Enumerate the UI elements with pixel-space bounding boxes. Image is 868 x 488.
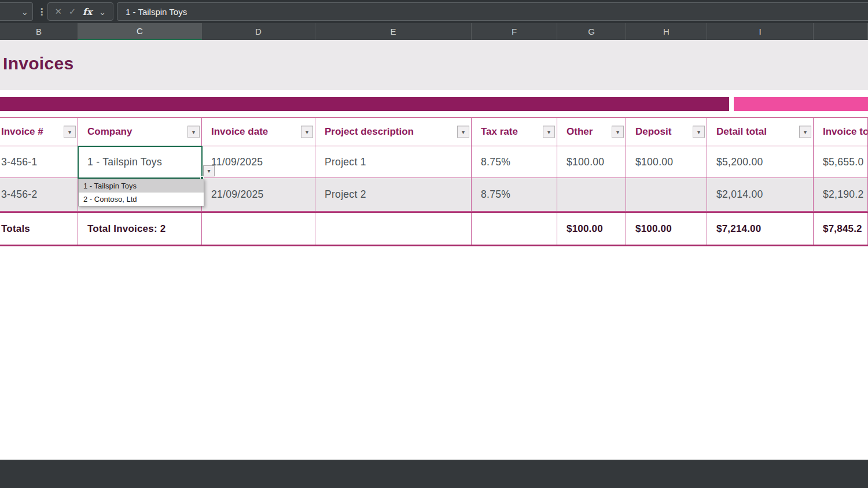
formula-chevron-icon[interactable]: ⌄ [99,8,106,16]
filter-icon[interactable]: ▾ [693,126,705,138]
cell-other[interactable]: $100.00 [557,146,626,178]
name-box-chevron-icon[interactable]: ⌄ [21,8,28,16]
cell-project-description[interactable]: Project 2 [315,178,472,211]
worksheet: Invoices Invoice #▾ Company▾ Invoice dat… [0,40,868,460]
toolbar-dots-icon: ⋮ [37,0,46,23]
col-header-project-description[interactable]: Project description▾ [315,118,472,146]
cell-tax-rate[interactable]: 8.75% [472,178,557,211]
filter-icon[interactable]: ▾ [612,126,624,138]
dropdown-option[interactable]: 2 - Contoso, Ltd [79,193,204,206]
title-band [0,40,868,90]
column-header-D[interactable]: D [202,23,315,40]
cancel-icon[interactable]: ✕ [55,6,62,17]
sheet-tab-bar: About This Invoice Tracker Invoice Custo… [0,460,868,488]
col-header-company[interactable]: Company▾ [78,118,202,146]
totals-invoice-date[interactable] [202,213,315,245]
filter-icon[interactable]: ▾ [64,126,76,138]
col-header-deposit[interactable]: Deposit▾ [626,118,707,146]
column-header-C[interactable]: C [78,23,202,40]
cell-other[interactable] [557,178,626,211]
cell-invoice-date[interactable]: 21/09/2025 [202,178,315,211]
cell-tax-rate[interactable]: 8.75% [472,146,557,178]
company-dropdown-list: 1 - Tailspin Toys 2 - Contoso, Ltd [78,179,204,206]
cell-invoice-number[interactable]: 3-456-1 [0,146,78,178]
cell-dropdown-button[interactable]: ▾ [203,165,215,176]
filter-icon[interactable]: ▾ [457,126,469,138]
formula-bar: ⌄ ⋮ ✕ ✓ fx ⌄ 1 - Tailspin Toys [0,0,868,23]
column-header-blank[interactable] [814,23,868,40]
dropdown-arrow-icon: ▾ [207,168,210,174]
column-header-F[interactable]: F [472,23,557,40]
totals-other[interactable]: $100.00 [557,213,626,245]
cell-project-description[interactable]: Project 1 [315,146,472,178]
page-title[interactable]: Invoices [3,54,73,73]
cell-invoice-date[interactable]: 11/09/2025 [202,146,315,178]
col-header-tax-rate[interactable]: Tax rate▾ [472,118,557,146]
name-box[interactable]: ⌄ [0,2,33,21]
totals-row: Totals Total Invoices: 2 $100.00 $100.00… [0,212,868,246]
cell-detail-total[interactable]: $2,014.00 [707,178,814,211]
totals-deposit[interactable]: $100.00 [626,213,707,245]
cell-invoice-total[interactable]: $2,190.2 [814,178,868,211]
totals-invoice-total[interactable]: $7,845.2 [814,213,868,245]
column-header-G[interactable]: G [557,23,626,40]
filter-icon[interactable]: ▾ [301,126,313,138]
column-header-E[interactable]: E [315,23,472,40]
totals-invoice-count[interactable]: Total Invoices: 2 [78,213,202,245]
totals-detail-total[interactable]: $7,214.00 [707,213,814,245]
formula-buttons: ✕ ✓ fx ⌄ [47,2,113,21]
filter-icon[interactable]: ▾ [799,126,811,138]
table-header-row: Invoice #▾ Company▾ Invoice date▾ Projec… [0,117,868,146]
col-header-invoice-total[interactable]: Invoice total [814,118,868,146]
column-header-H[interactable]: H [626,23,707,40]
totals-label[interactable]: Totals [0,213,78,245]
totals-tax-rate[interactable] [472,213,557,245]
accent-bar-pink [734,97,868,111]
column-header-I[interactable]: I [707,23,814,40]
insert-function-icon[interactable]: fx [83,6,92,17]
cell-deposit[interactable]: $100.00 [626,146,707,178]
formula-input[interactable]: 1 - Tailspin Toys [117,2,868,21]
cell-deposit[interactable] [626,178,707,211]
enter-icon[interactable]: ✓ [69,6,76,17]
col-header-invoice-date[interactable]: Invoice date▾ [202,118,315,146]
filter-icon[interactable]: ▾ [187,126,200,138]
col-header-detail-total[interactable]: Detail total▾ [707,118,814,146]
totals-project-description[interactable] [315,213,472,245]
formula-value: 1 - Tailspin Toys [126,7,187,17]
cell-detail-total[interactable]: $5,200.00 [707,146,814,178]
cell-invoice-total[interactable]: $5,655.0 [814,146,868,178]
cell-company-active[interactable]: 1 - Tailspin Toys [78,146,202,178]
column-headers-row: B C D E F G H I [0,23,868,40]
col-header-invoice-number[interactable]: Invoice #▾ [0,118,78,146]
accent-bar-dark [0,97,729,111]
table-row: 3-456-1 1 - Tailspin Toys 11/09/2025 Pro… [0,146,868,178]
cell-invoice-number[interactable]: 3-456-2 [0,178,78,211]
column-header-B[interactable]: B [0,23,78,40]
dropdown-option[interactable]: 1 - Tailspin Toys [79,179,204,193]
filter-icon[interactable]: ▾ [543,126,555,138]
col-header-other[interactable]: Other▾ [557,118,626,146]
